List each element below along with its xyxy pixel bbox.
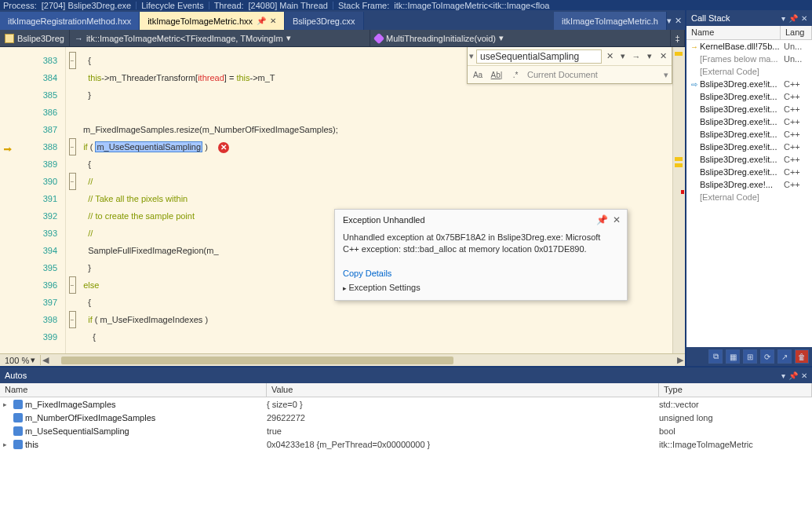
expand-find-icon[interactable]: ▾ xyxy=(468,51,475,61)
match-case-toggle[interactable]: Aa xyxy=(471,71,485,79)
nav-project[interactable]: Bslipe3Dreg xyxy=(0,30,70,46)
callstack-row[interactable]: Bslipe3Dreg.exe!it... C++ xyxy=(686,103,812,115)
tab-dropdown-icon[interactable]: ▾ xyxy=(667,16,672,26)
zoom-dropdown[interactable]: 100 % ▾ xyxy=(0,355,41,365)
lifecycle-label[interactable]: Lifecycle Events xyxy=(141,1,203,10)
callstack-row[interactable]: Bslipe3Dreg.exe!it... C++ xyxy=(686,128,812,141)
stackframe-label: Stack Frame: xyxy=(338,1,389,10)
callstack-row[interactable]: Bslipe3Dreg.exe!it... C++ xyxy=(686,166,812,178)
close-icon[interactable]: ✕ xyxy=(613,214,621,225)
callstack-row[interactable]: Bslipe3Dreg.exe!... C++ xyxy=(686,178,812,191)
tab-image-metric-hxx[interactable]: itkImageToImageMetric.hxx 📌 ✕ xyxy=(140,12,285,30)
tool-icon[interactable]: ▦ xyxy=(726,349,740,364)
exception-settings-link[interactable]: Exception Settings xyxy=(343,283,619,292)
callstack-row[interactable]: ⇨ Bslipe3Dreg.exe!it... C++ xyxy=(686,78,812,90)
col-lang[interactable]: Lang xyxy=(781,26,812,39)
scope-dropdown-icon[interactable]: ▾ xyxy=(664,70,668,80)
search-scope[interactable]: Current Document xyxy=(527,70,598,79)
tool-icon[interactable]: ⟳ xyxy=(760,349,774,364)
stackframe-value[interactable]: itk::ImageToImageMetric<itk::Image<floa xyxy=(394,1,549,10)
col-value[interactable]: Value xyxy=(267,383,659,397)
code-editor[interactable]: ⮕ 38338438538638738838939039139239339439… xyxy=(0,47,685,353)
col-name[interactable]: Name xyxy=(0,383,267,397)
tool-icon[interactable]: ↗ xyxy=(777,349,792,364)
find-next-icon[interactable]: → xyxy=(630,50,643,63)
callstack-row[interactable]: Bslipe3Dreg.exe!it... C++ xyxy=(686,90,812,103)
close-find-icon[interactable]: ✕ xyxy=(657,50,669,63)
search-input[interactable] xyxy=(476,49,602,64)
pin-icon[interactable]: 📌 xyxy=(788,371,798,380)
callstack-row[interactable]: Bslipe3Dreg.exe!it... C++ xyxy=(686,115,812,128)
variable-name: this xyxy=(25,440,38,449)
callstack-row[interactable]: Bslipe3Dreg.exe!it... C++ xyxy=(686,153,812,166)
zoom-value: 100 % xyxy=(5,356,29,365)
pin-icon[interactable]: 📌 xyxy=(596,214,608,225)
tool-icon[interactable]: ⧉ xyxy=(708,349,723,364)
close-icon[interactable]: ✕ xyxy=(801,14,807,23)
callstack-rows[interactable]: → KernelBase.dll!75b... Un... [Frames be… xyxy=(686,40,812,347)
callstack-header: Call Stack ▾ 📌 ✕ xyxy=(686,10,812,26)
tab-registration-method[interactable]: itkImageRegistrationMethod.hxx xyxy=(0,12,140,30)
code-lines[interactable]: { this->m_ThreaderTransform[ithread] = t… xyxy=(78,47,672,353)
frame-lang: C++ xyxy=(784,180,812,189)
callstack-row[interactable]: [External Code] xyxy=(686,65,812,78)
whole-word-toggle[interactable]: Ab| xyxy=(490,71,504,79)
autos-row[interactable]: ▸ this 0x04233e18 {m_PerThread=0x0000000… xyxy=(0,437,812,451)
find-prev-icon[interactable]: ▾ xyxy=(643,50,656,63)
fold-toggle[interactable]: − xyxy=(69,276,76,294)
thread-value[interactable]: [24080] Main Thread xyxy=(249,1,328,10)
callstack-row[interactable]: [Frames below ma... Un... xyxy=(686,53,812,65)
clear-search-icon[interactable]: ✕ xyxy=(603,50,616,63)
fold-toggle[interactable]: − xyxy=(69,311,76,328)
nav-scope[interactable]: → itk::ImageToImageMetric<TFixedImage, T… xyxy=(70,30,370,46)
process-value[interactable]: [2704] Bslipe3Dreg.exe xyxy=(42,1,131,10)
copy-details-link[interactable]: Copy Details xyxy=(343,269,619,278)
autos-row[interactable]: ▸ m_FixedImageSamples { size=0 } std::ve… xyxy=(0,397,812,411)
autos-rows[interactable]: ▸ m_FixedImageSamples { size=0 } std::ve… xyxy=(0,397,812,523)
frame-name: Bslipe3Dreg.exe!it... xyxy=(700,142,784,152)
current-line-arrow-icon: ⮕ xyxy=(3,144,13,155)
expand-icon[interactable]: ▸ xyxy=(3,441,11,448)
tab-bslipe-cxx[interactable]: Bslipe3Dreg.cxx xyxy=(285,12,363,30)
scroll-left-icon[interactable]: ◀ xyxy=(41,355,50,365)
col-type[interactable]: Type xyxy=(659,383,812,397)
autos-row[interactable]: m_UseSequentialSampling true bool xyxy=(0,424,812,437)
variable-name: m_UseSequentialSampling xyxy=(25,426,129,436)
close-icon[interactable]: ✕ xyxy=(270,16,276,25)
tab-image-metric-h[interactable]: itkImageToImageMetric.h xyxy=(554,12,667,30)
callstack-toolbar: ⧉ ▦ ⊞ ⟳ ↗ 🗑 xyxy=(686,347,812,366)
fold-toggle[interactable]: − xyxy=(69,52,76,69)
tool-icon[interactable]: ⊞ xyxy=(743,349,757,364)
fold-toggle[interactable]: − xyxy=(69,138,76,155)
frame-lang: C++ xyxy=(784,167,812,177)
window-pos-icon[interactable]: ▾ xyxy=(781,371,785,380)
window-pos-icon[interactable]: ▾ xyxy=(781,14,785,23)
callstack-row[interactable]: → KernelBase.dll!75b... Un... xyxy=(686,40,812,53)
callstack-row[interactable]: Bslipe3Dreg.exe!it... C++ xyxy=(686,141,812,153)
debug-toolbar: Process: [2704] Bslipe3Dreg.exe Lifecycl… xyxy=(0,0,812,10)
callstack-row[interactable]: [External Code] xyxy=(686,191,812,203)
frame-lang: C++ xyxy=(784,92,812,101)
nav-member[interactable]: MultiThreadingInitialize(void) ▾ xyxy=(370,30,671,46)
regex-toggle[interactable]: .* xyxy=(508,71,523,79)
process-label: Process: xyxy=(3,1,37,10)
pin-icon[interactable]: 📌 xyxy=(788,14,798,23)
expand-icon[interactable]: ▸ xyxy=(3,400,11,408)
scroll-track[interactable] xyxy=(672,47,685,353)
fold-toggle[interactable]: − xyxy=(69,173,76,190)
method-icon xyxy=(373,32,384,43)
col-name[interactable]: Name xyxy=(686,26,781,39)
dropdown-icon[interactable]: ▾ xyxy=(617,50,629,63)
scroll-right-icon[interactable]: ▶ xyxy=(675,355,685,365)
close-icon[interactable]: ✕ xyxy=(801,371,807,380)
frame-name: Bslipe3Dreg.exe!it... xyxy=(700,130,784,139)
pin-icon[interactable]: 📌 xyxy=(257,16,266,25)
variable-name: m_FixedImageSamples xyxy=(25,400,116,409)
marker-icon xyxy=(675,157,683,161)
split-icon[interactable]: ‡ xyxy=(671,30,685,46)
horizontal-scrollbar[interactable] xyxy=(50,356,675,365)
close-icon[interactable]: ✕ xyxy=(675,16,682,26)
autos-row[interactable]: m_NumberOfFixedImageSamples 29622272 uns… xyxy=(0,411,812,424)
marker-icon xyxy=(675,52,683,56)
tool-icon[interactable]: 🗑 xyxy=(795,349,809,364)
